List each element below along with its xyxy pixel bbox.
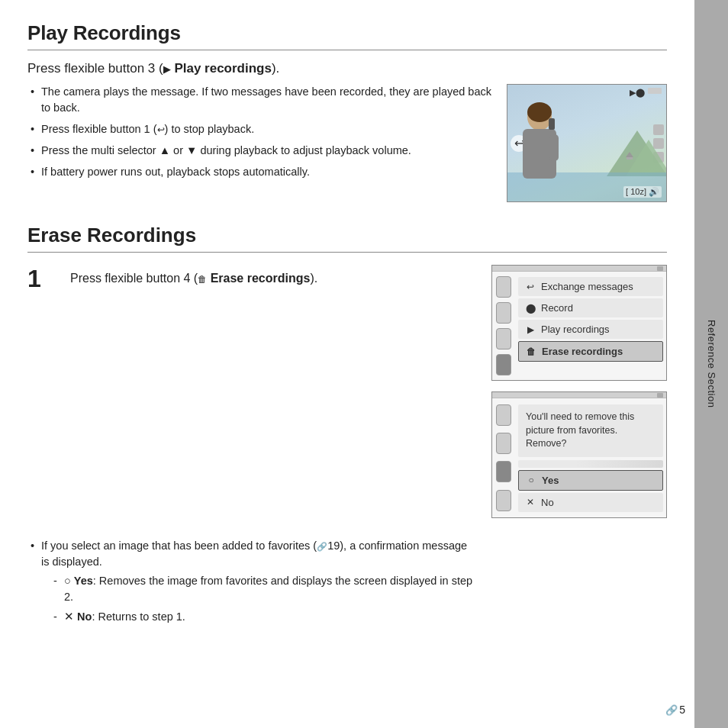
panel-confirm-top-bar	[492, 392, 666, 398]
record-label: Record	[541, 302, 573, 314]
erase-title: Erase Recordings	[27, 224, 667, 247]
section-divider-play	[27, 50, 667, 50]
erase-sub-bullet-list: If you select an image that has been add…	[27, 538, 476, 625]
menu-items-area: ↩ Exchange messages ⬤ Record ▶ Play reco…	[515, 272, 666, 380]
erase-icon-inline: 🗑	[198, 274, 207, 285]
panel-btn-1	[496, 276, 511, 298]
erase-recordings-bold: Erase recordings	[211, 272, 311, 285]
favorites-link: 🔗	[317, 542, 327, 551]
panel-confirm-btn-1	[496, 404, 511, 426]
play-bullet-1: The camera plays the message. If two mes…	[27, 84, 491, 116]
step-1-number: 1	[27, 265, 55, 518]
panel-confirm-btn-3-highlighted	[496, 461, 511, 482]
play-subsection-heading: Press flexible button 3 (▶ Play recordin…	[27, 61, 667, 76]
panel-confirm-btn-2	[496, 433, 511, 454]
panel-buttons-left	[492, 272, 515, 380]
panel-confirm-btn-4	[496, 490, 511, 511]
panel-with-buttons: ↩ Exchange messages ⬤ Record ▶ Play reco…	[492, 272, 666, 380]
erase-icon-menu: 🗑	[525, 346, 537, 357]
erase-dash-no: ✕ No: Returns to step 1.	[53, 609, 476, 625]
no-label: No	[541, 497, 554, 508]
camera-display-inner: ▶⬤ ↩	[507, 85, 666, 201]
panel-confirm-top-dot	[657, 393, 663, 398]
record-icon: ⬤	[524, 303, 536, 314]
no-text-bold: No	[77, 610, 92, 623]
yes-circle-icon: ○	[64, 575, 71, 587]
menu-item-play: ▶ Play recordings	[518, 320, 663, 339]
svg-point-6	[527, 102, 552, 122]
play-bullet-2: Press flexible button 1 (↩) to stop play…	[27, 121, 491, 137]
page-container: Play Recordings Press flexible button 3 …	[0, 0, 728, 728]
side-tab-label: Reference Section	[706, 320, 717, 407]
cam-bottom-counter: [ 10z] 🔊	[623, 186, 662, 198]
play-bullet-list: The camera plays the message. If two mes…	[27, 84, 491, 180]
panel-top-bar	[492, 266, 666, 272]
play-bullet-3: Press the multi selector ▲ or ▼ during p…	[27, 143, 491, 159]
erase-label: Erase recordings	[542, 346, 623, 357]
erase-dash-yes: ○ Yes: Removes the image from favorites …	[53, 573, 476, 605]
panel-confirm-buttons-left	[492, 398, 515, 517]
no-icon: ✕	[524, 497, 536, 507]
erase-bottom-text: If you select an image that has been add…	[27, 533, 476, 630]
ui-panels: ↩ Exchange messages ⬤ Record ▶ Play reco…	[491, 265, 667, 518]
panel-btn-2	[496, 302, 511, 324]
step-1-text: Press flexible button 4 (🗑 Erase recordi…	[70, 265, 476, 518]
ui-panel-confirm: You'll need to remove this picture from …	[491, 391, 667, 518]
confirm-text: You'll need to remove this picture from …	[518, 404, 663, 457]
blurred-row	[518, 460, 663, 468]
confirm-no: ✕ No	[518, 493, 663, 512]
erase-bottom-row: If you select an image that has been add…	[27, 533, 667, 630]
panel-confirm-with-buttons: You'll need to remove this picture from …	[492, 398, 666, 517]
erase-bullet-1: If you select an image that has been add…	[27, 538, 476, 625]
play-bullet-4: If battery power runs out, playback stop…	[27, 164, 491, 180]
panel-top-dot	[657, 266, 663, 271]
exchange-label: Exchange messages	[541, 281, 633, 292]
erase-panel-spacer	[491, 533, 667, 630]
play-recordings-bold: Play recordings	[174, 61, 272, 76]
yes-label: Yes	[542, 475, 559, 486]
main-content: Play Recordings Press flexible button 3 …	[0, 0, 694, 728]
menu-item-exchange: ↩ Exchange messages	[518, 277, 663, 296]
play-text: The camera plays the message. If two mes…	[27, 84, 491, 185]
page-number: 5	[679, 704, 685, 716]
page-number-area: 🔗 5	[665, 704, 685, 716]
yes-icon: ○	[525, 475, 537, 485]
svg-rect-4	[627, 157, 633, 159]
menu-item-erase: 🗑 Erase recordings	[518, 341, 663, 362]
confirm-yes: ○ Yes	[518, 470, 663, 491]
section-divider-erase	[27, 252, 667, 253]
confirm-items-area: You'll need to remove this picture from …	[515, 398, 666, 517]
exchange-icon: ↩	[524, 282, 536, 292]
side-tab: Reference Section	[694, 0, 728, 728]
play-section: Press flexible button 3 (▶ Play recordin…	[27, 61, 667, 202]
no-x-icon: ✕	[64, 610, 74, 623]
page-title: Play Recordings	[27, 21, 667, 45]
play-icon-menu: ▶	[524, 324, 536, 335]
erase-section: Erase Recordings 1 Press flexible button…	[27, 224, 667, 630]
erase-dash-list: ○ Yes: Removes the image from favorites …	[41, 573, 476, 625]
page-num-icon: 🔗	[665, 704, 678, 716]
svg-rect-8	[549, 118, 555, 130]
ui-panel-menu: ↩ Exchange messages ⬤ Record ▶ Play reco…	[491, 265, 667, 381]
panel-btn-3	[496, 328, 511, 350]
camera-scene-svg	[507, 85, 666, 201]
camera-display: ▶⬤ ↩	[507, 84, 667, 202]
step-1-row: 1 Press flexible button 4 (🗑 Erase recor…	[27, 265, 667, 518]
play-label: Play recordings	[541, 324, 610, 335]
yes-text-bold: Yes	[74, 575, 93, 587]
panel-btn-4-highlighted	[496, 354, 511, 375]
play-icon: ▶	[163, 63, 171, 75]
svg-rect-9	[549, 134, 559, 161]
menu-item-record: ⬤ Record	[518, 298, 663, 317]
play-content-row: The camera plays the message. If two mes…	[27, 84, 667, 202]
